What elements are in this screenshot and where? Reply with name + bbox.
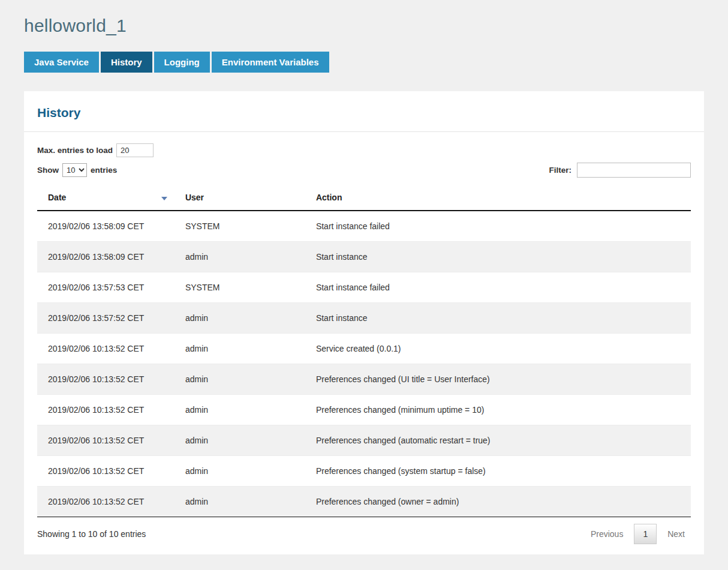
page: helloworld_1 Java ServiceHistoryLoggingE… — [0, 0, 728, 570]
filter-input[interactable] — [577, 163, 691, 178]
cell-date: 2019/02/06 13:58:09 CET — [37, 211, 175, 242]
sort-desc-icon — [161, 197, 167, 200]
table-row: 2019/02/06 10:13:52 CETadminPreferences … — [37, 487, 691, 517]
cell-date: 2019/02/06 10:13:52 CET — [37, 334, 175, 364]
column-header-date[interactable]: Date — [37, 185, 175, 211]
column-header-action[interactable]: Action — [305, 185, 691, 211]
table-row: 2019/02/06 13:57:53 CETSYSTEMStart insta… — [37, 272, 691, 303]
tab-logging[interactable]: Logging — [154, 52, 210, 73]
cell-date: 2019/02/06 10:13:52 CET — [37, 395, 175, 425]
cell-date: 2019/02/06 10:13:52 CET — [37, 487, 175, 517]
cell-action: Start instance failed — [305, 272, 691, 303]
cell-user: SYSTEM — [175, 211, 305, 242]
table-row: 2019/02/06 10:13:52 CETadminPreferences … — [37, 364, 691, 395]
cell-action: Preferences changed (owner = admin) — [305, 487, 691, 517]
table-row: 2019/02/06 13:57:52 CETadminStart instan… — [37, 303, 691, 334]
panel-heading: History — [24, 91, 704, 132]
cell-date: 2019/02/06 10:13:52 CET — [37, 425, 175, 456]
filter-label: Filter: — [549, 166, 571, 175]
cell-action: Preferences changed (UI title = User Int… — [305, 364, 691, 395]
table-row: 2019/02/06 13:58:09 CETadminStart instan… — [37, 242, 691, 272]
history-table: Date User Action 2019/02/06 13:58:09 CET… — [37, 185, 691, 517]
column-header-user[interactable]: User — [175, 185, 305, 211]
cell-action: Start instance — [305, 242, 691, 272]
page-title: helloworld_1 — [24, 16, 704, 36]
column-header-user-label: User — [185, 193, 204, 202]
cell-action: Start instance failed — [305, 211, 691, 242]
table-info: Showing 1 to 10 of 10 entries — [37, 529, 146, 539]
table-row: 2019/02/06 10:13:52 CETadminPreferences … — [37, 425, 691, 456]
cell-user: admin — [175, 425, 305, 456]
show-label: Show — [37, 166, 59, 175]
next-button[interactable]: Next — [661, 524, 691, 544]
previous-button[interactable]: Previous — [585, 524, 629, 544]
tab-java-service[interactable]: Java Service — [24, 52, 99, 73]
show-entries-group: Show 10 entries — [37, 163, 117, 177]
panel-body: Max. entries to load Show 10 entries Fil… — [24, 132, 704, 554]
page-1-button[interactable]: 1 — [634, 524, 657, 544]
max-entries-label: Max. entries to load — [37, 146, 113, 155]
table-row: 2019/02/06 10:13:52 CETadminPreferences … — [37, 395, 691, 425]
cell-date: 2019/02/06 13:58:09 CET — [37, 242, 175, 272]
cell-date: 2019/02/06 13:57:53 CET — [37, 272, 175, 303]
cell-action: Preferences changed (automatic restart =… — [305, 425, 691, 456]
cell-user: admin — [175, 364, 305, 395]
cell-user: admin — [175, 334, 305, 364]
cell-date: 2019/02/06 10:13:52 CET — [37, 364, 175, 395]
table-footer: Showing 1 to 10 of 10 entries Previous 1… — [37, 517, 691, 545]
cell-user: admin — [175, 456, 305, 487]
cell-user: SYSTEM — [175, 272, 305, 303]
cell-user: admin — [175, 487, 305, 517]
page-length-select[interactable]: 10 — [62, 163, 87, 177]
cell-user: admin — [175, 303, 305, 334]
cell-action: Preferences changed (system startup = fa… — [305, 456, 691, 487]
tab-history[interactable]: History — [101, 52, 152, 73]
filter-group: Filter: — [549, 163, 691, 178]
cell-user: admin — [175, 242, 305, 272]
cell-date: 2019/02/06 13:57:52 CET — [37, 303, 175, 334]
tab-bar: Java ServiceHistoryLoggingEnvironment Va… — [24, 52, 704, 73]
table-row: 2019/02/06 10:13:52 CETadminService crea… — [37, 334, 691, 364]
table-controls: Show 10 entries Filter: — [37, 163, 691, 178]
cell-action: Preferences changed (minimum uptime = 10… — [305, 395, 691, 425]
max-entries-input[interactable] — [116, 143, 154, 157]
history-panel: History Max. entries to load Show 10 ent… — [24, 91, 704, 554]
tab-environment-variables[interactable]: Environment Variables — [212, 52, 329, 73]
cell-action: Service created (0.0.1) — [305, 334, 691, 364]
table-row: 2019/02/06 10:13:52 CETadminPreferences … — [37, 456, 691, 487]
entries-label: entries — [91, 166, 117, 175]
cell-user: admin — [175, 395, 305, 425]
pagination: Previous 1 Next — [585, 524, 691, 544]
column-header-action-label: Action — [316, 193, 342, 202]
cell-action: Start instance — [305, 303, 691, 334]
table-row: 2019/02/06 13:58:09 CETSYSTEMStart insta… — [37, 211, 691, 242]
cell-date: 2019/02/06 10:13:52 CET — [37, 456, 175, 487]
max-entries-row: Max. entries to load — [37, 143, 691, 157]
table-header-row: Date User Action — [37, 185, 691, 211]
column-header-date-label: Date — [48, 193, 66, 202]
